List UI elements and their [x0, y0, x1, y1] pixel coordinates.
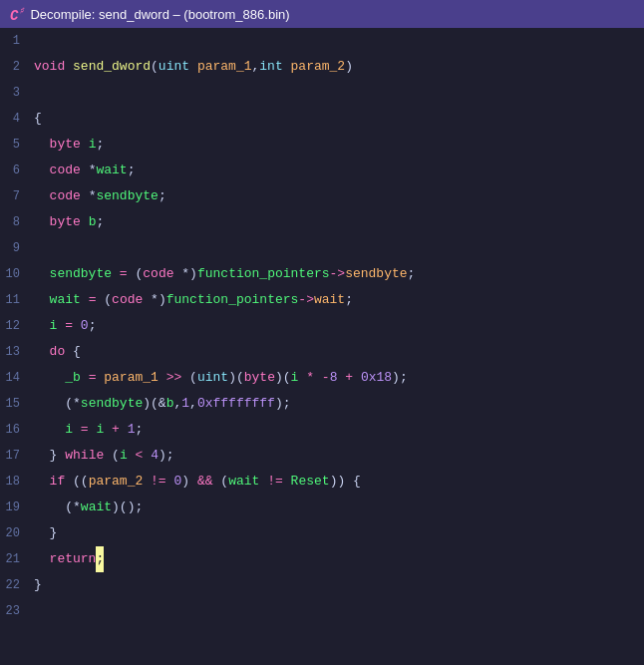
- code-line: 17 } while (i < 4);: [0, 443, 644, 469]
- line-content: _b = param_1 >> (uint)(byte)(i * -8 + 0x…: [30, 365, 644, 391]
- line-number: 3: [0, 80, 30, 106]
- code-line: 8 byte b;: [0, 209, 644, 235]
- code-line: 12 i = 0;: [0, 313, 644, 339]
- line-number: 12: [0, 313, 30, 339]
- code-line: 18 if ((param_2 != 0) && (wait != Reset)…: [0, 469, 644, 495]
- code-line: 23: [0, 598, 644, 624]
- line-number: 10: [0, 261, 30, 287]
- line-number: 8: [0, 209, 30, 235]
- code-line: 16 i = i + 1;: [0, 417, 644, 443]
- line-content: (*wait)();: [30, 495, 644, 520]
- line-number: 21: [0, 546, 30, 572]
- code-line: 4 {: [0, 106, 644, 132]
- line-number: 13: [0, 339, 30, 365]
- line-number: 2: [0, 54, 30, 80]
- line-content: do {: [30, 339, 644, 365]
- line-number: 16: [0, 417, 30, 443]
- line-content: code *wait;: [30, 158, 644, 183]
- code-line: 14 _b = param_1 >> (uint)(byte)(i * -8 +…: [0, 365, 644, 391]
- line-content: (*sendbyte)(&b,1,0xffffffff);: [30, 391, 644, 417]
- title-icon: C♯: [10, 5, 24, 24]
- line-number: 19: [0, 495, 30, 520]
- title-text: Decompile: send_dword – (bootrom_886.bin…: [30, 7, 289, 22]
- code-line: 10 sendbyte = (code *)function_pointers-…: [0, 261, 644, 287]
- line-number: 17: [0, 443, 30, 469]
- code-line: 5 byte i;: [0, 132, 644, 158]
- line-content: i = 0;: [30, 313, 644, 339]
- line-content: }: [30, 520, 644, 546]
- line-content: {: [30, 106, 644, 132]
- line-number: 20: [0, 520, 30, 546]
- code-line: 7 code *sendbyte;: [0, 183, 644, 209]
- code-line: 21 return;: [0, 546, 644, 572]
- line-content: wait = (code *)function_pointers->wait;: [30, 287, 644, 313]
- code-line: 19 (*wait)();: [0, 495, 644, 520]
- line-content: if ((param_2 != 0) && (wait != Reset)) {: [30, 469, 644, 495]
- line-number: 1: [0, 28, 30, 54]
- line-number: 18: [0, 469, 30, 495]
- line-number: 23: [0, 598, 30, 624]
- code-line: 11 wait = (code *)function_pointers->wai…: [0, 287, 644, 313]
- line-number: 11: [0, 287, 30, 313]
- code-line: 22 }: [0, 572, 644, 598]
- line-number: 15: [0, 391, 30, 417]
- line-content: i = i + 1;: [30, 417, 644, 443]
- line-number: 9: [0, 235, 30, 261]
- code-line: 20 }: [0, 520, 644, 546]
- code-line: 1: [0, 28, 644, 54]
- line-number: 14: [0, 365, 30, 391]
- line-content: } while (i < 4);: [30, 443, 644, 469]
- line-content: byte i;: [30, 132, 644, 158]
- code-line: 9: [0, 235, 644, 261]
- line-content: code *sendbyte;: [30, 183, 644, 209]
- line-number: 7: [0, 183, 30, 209]
- code-line: 13 do {: [0, 339, 644, 365]
- title-bar: C♯ Decompile: send_dword – (bootrom_886.…: [0, 0, 644, 28]
- line-number: 22: [0, 572, 30, 598]
- line-content: }: [30, 572, 644, 598]
- line-content: sendbyte = (code *)function_pointers->se…: [30, 261, 644, 287]
- code-area: 1 2 void send_dword(uint param_1,int par…: [0, 28, 644, 665]
- line-content: void send_dword(uint param_1,int param_2…: [30, 54, 644, 80]
- code-line: 6 code *wait;: [0, 158, 644, 183]
- code-line: 15 (*sendbyte)(&b,1,0xffffffff);: [0, 391, 644, 417]
- code-line: 3: [0, 80, 644, 106]
- line-number: 6: [0, 158, 30, 183]
- line-number: 5: [0, 132, 30, 158]
- line-content: byte b;: [30, 209, 644, 235]
- line-content: return;: [30, 546, 644, 572]
- line-number: 4: [0, 106, 30, 132]
- code-line: 2 void send_dword(uint param_1,int param…: [0, 54, 644, 80]
